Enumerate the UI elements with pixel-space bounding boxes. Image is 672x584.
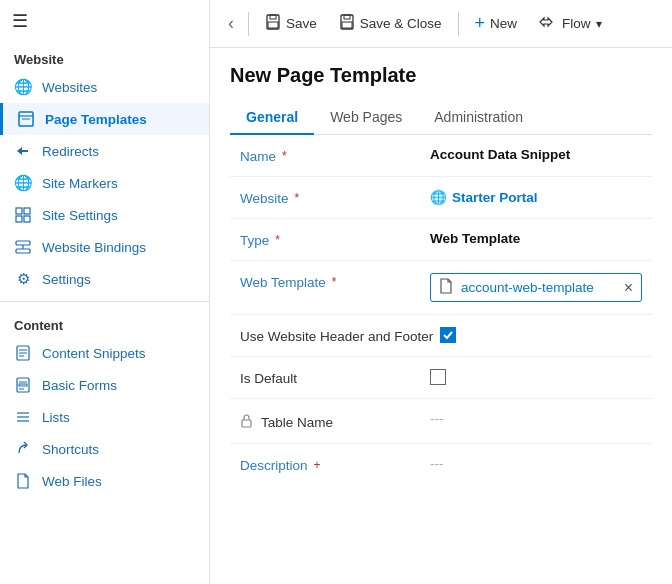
sidebar-label-page-templates: Page Templates [45,112,147,127]
tab-administration[interactable]: Administration [418,101,539,135]
save-label: Save [286,16,317,31]
sidebar-label-redirects: Redirects [42,144,99,159]
sidebar-item-page-templates[interactable]: Page Templates [0,103,209,135]
svg-rect-4 [24,208,30,214]
website-bindings-icon [14,238,32,256]
form-body: Name * Account Data Snippet Website * 🌐 … [230,135,652,485]
header-footer-checkbox[interactable] [440,327,456,343]
field-value-description: --- [430,456,642,471]
svg-rect-3 [16,208,22,214]
shortcuts-icon [14,440,32,458]
lock-icon [240,413,253,431]
save-close-button[interactable]: Save & Close [329,9,452,39]
field-row-name: Name * Account Data Snippet [230,135,652,177]
sidebar-section-website: Website 🌐 Websites Page Templates Redire… [0,42,209,295]
new-label: New [490,16,517,31]
flow-label: Flow [562,16,591,31]
field-label-website: Website * [240,189,430,206]
field-label-table-name: Table Name [240,411,430,431]
globe-icon: 🌐 [14,78,32,96]
field-value-is-default [430,369,642,385]
web-template-doc-icon [439,278,453,297]
sidebar-label-site-settings: Site Settings [42,208,118,223]
svg-rect-27 [242,420,251,427]
sidebar-label-site-markers: Site Markers [42,176,118,191]
tab-general[interactable]: General [230,101,314,135]
web-template-tag[interactable]: account-web-template × [430,273,642,302]
site-markers-icon: 🌐 [14,174,32,192]
sidebar-item-websites[interactable]: 🌐 Websites [0,71,209,103]
sidebar-item-redirects[interactable]: Redirects [0,135,209,167]
content-area: New Page Template General Web Pages Admi… [210,48,672,584]
field-value-name: Account Data Snippet [430,147,642,162]
save-button[interactable]: Save [255,9,327,39]
field-label-description: Description + [240,456,430,473]
sidebar-item-basic-forms[interactable]: Basic Forms [0,369,209,401]
field-row-is-default: Is Default [230,357,652,399]
page-title: New Page Template [230,64,652,87]
settings-icon: ⚙ [14,270,32,288]
field-row-website: Website * 🌐 Starter Portal [230,177,652,219]
sidebar-label-content-snippets: Content Snippets [42,346,146,361]
field-value-type: Web Template [430,231,642,246]
sidebar-label-websites: Websites [42,80,97,95]
required-star-name: * [282,149,287,163]
svg-rect-7 [16,241,30,245]
field-label-header-footer: Use Website Header and Footer [240,327,440,344]
is-default-checkbox[interactable] [430,369,446,385]
flow-icon [539,14,557,33]
tabs-bar: General Web Pages Administration [230,101,652,135]
field-row-table-name: Table Name --- [230,399,652,444]
flow-button[interactable]: Flow ▾ [529,9,612,38]
content-snippets-icon [14,344,32,362]
required-star-web-template: * [332,275,337,289]
back-button[interactable]: ‹ [220,8,242,39]
flow-caret-icon: ▾ [596,17,602,31]
sidebar-label-web-files: Web Files [42,474,102,489]
website-link[interactable]: 🌐 Starter Portal [430,189,642,205]
required-star-description: + [314,458,321,472]
sidebar-section-content: Content Content Snippets [0,308,209,497]
sidebar-item-website-bindings[interactable]: Website Bindings [0,231,209,263]
sidebar-label-website-bindings: Website Bindings [42,240,146,255]
save-close-icon [339,14,355,34]
sidebar-label-lists: Lists [42,410,70,425]
sidebar-label-shortcuts: Shortcuts [42,442,99,457]
sidebar-item-lists[interactable]: Lists [0,401,209,433]
svg-rect-16 [19,384,27,386]
content-section-label: Content [0,308,209,337]
tab-web-pages[interactable]: Web Pages [314,101,418,135]
web-template-close-icon[interactable]: × [624,279,633,297]
hamburger-icon[interactable]: ☰ [12,10,28,32]
plus-icon: + [475,13,486,34]
web-template-value: account-web-template [461,280,594,295]
field-label-is-default: Is Default [240,369,430,386]
sidebar-item-content-snippets[interactable]: Content Snippets [0,337,209,369]
svg-rect-8 [16,249,30,253]
toolbar: ‹ Save Save & Close [210,0,672,48]
section-divider [0,301,209,302]
web-files-icon [14,472,32,490]
new-button[interactable]: + New [465,8,528,39]
field-label-name: Name * [240,147,430,164]
field-row-web-template: Web Template * account-web-template × [230,261,652,315]
sidebar-item-site-markers[interactable]: 🌐 Site Markers [0,167,209,199]
sidebar-label-basic-forms: Basic Forms [42,378,117,393]
field-label-type: Type * [240,231,430,248]
field-value-website: 🌐 Starter Portal [430,189,642,205]
main-panel: ‹ Save Save & Close [210,0,672,584]
field-row-description: Description + --- [230,444,652,485]
sidebar-item-web-files[interactable]: Web Files [0,465,209,497]
website-section-label: Website [0,42,209,71]
lists-icon [14,408,32,426]
sidebar-item-shortcuts[interactable]: Shortcuts [0,433,209,465]
basic-forms-icon [14,376,32,394]
sidebar-item-settings[interactable]: ⚙ Settings [0,263,209,295]
sidebar: ☰ Website 🌐 Websites Page Templates [0,0,210,584]
required-star-type: * [275,233,280,247]
field-value-header-footer [440,327,642,343]
sidebar-header: ☰ [0,0,209,42]
field-row-header-footer: Use Website Header and Footer [230,315,652,357]
sidebar-item-site-settings[interactable]: Site Settings [0,199,209,231]
save-icon [265,14,281,34]
